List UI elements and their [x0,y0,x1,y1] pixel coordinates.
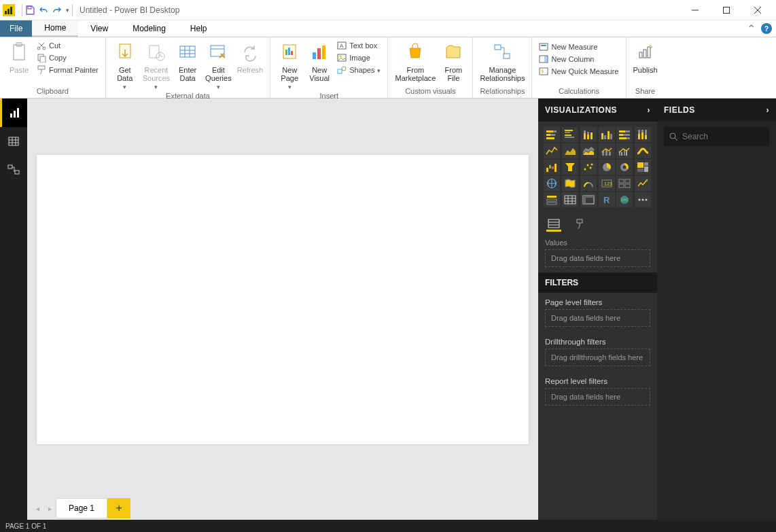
viz-globe-icon[interactable] [616,192,633,207]
help-tab[interactable]: Help [178,20,219,37]
window-title: Untitled - Power BI Desktop [80,5,179,15]
svg-rect-115 [619,184,624,188]
data-view-button[interactable] [0,127,27,156]
separator [22,4,22,16]
viz-line-column-icon[interactable] [599,143,615,158]
fields-header[interactable]: FIELDS › [657,99,776,122]
viz-slicer-icon[interactable] [544,192,560,207]
viz-ribbon-icon[interactable] [635,143,651,158]
shapes-button[interactable]: Shapes [336,65,382,75]
maximize-button[interactable] [711,0,742,20]
viz-table-icon[interactable] [562,192,578,207]
file-tab[interactable]: File [0,20,32,37]
viz-clustered-column-icon[interactable] [599,127,615,142]
svg-point-35 [340,56,342,58]
viz-kpi-icon[interactable] [635,176,651,191]
report-view-button[interactable] [0,99,27,127]
viz-r-visual-icon[interactable]: R [599,192,615,207]
manage-relationships-button[interactable]: Manage Relationships [477,39,527,84]
values-drop-zone[interactable]: Drag data fields here [545,249,650,267]
calculations-group-label: Calculations [536,87,621,96]
modeling-tab[interactable]: Modeling [120,20,178,37]
viz-clustered-bar-icon[interactable] [562,127,578,142]
new-page-button[interactable]: New Page [275,39,304,92]
svg-rect-114 [625,179,630,183]
format-painter-button[interactable]: Format Painter [35,65,100,75]
redo-icon[interactable] [52,5,62,15]
viz-card-icon[interactable]: 123 [599,176,615,191]
viz-line-icon[interactable] [544,143,560,158]
cut-button[interactable]: Cut [35,40,100,51]
from-marketplace-button[interactable]: From Marketplace [392,39,438,84]
viz-more-icon[interactable] [635,192,651,207]
viz-stacked-area-icon[interactable] [580,143,597,158]
page-next-button[interactable]: ▸ [43,499,56,518]
fields-tool-tab[interactable] [546,217,561,232]
text-box-button[interactable]: AText box [336,40,382,51]
fields-search[interactable] [664,127,769,146]
copy-icon [37,53,46,63]
model-view-button[interactable] [0,156,27,184]
relationships-icon [491,41,513,63]
canvas-area[interactable] [27,99,538,497]
report-canvas[interactable] [37,155,529,444]
report-filters-drop[interactable]: Drag data fields here [545,388,650,406]
image-button[interactable]: Image [336,52,382,63]
viz-stacked-bar-icon[interactable] [544,127,560,142]
viz-scatter-icon[interactable] [580,160,597,175]
new-quick-measure-button[interactable]: New Quick Measure [537,66,620,77]
viz-pie-icon[interactable] [599,160,615,175]
svg-rect-70 [587,132,589,135]
new-visual-button[interactable]: New Visual [304,39,334,84]
qat-dropdown-icon[interactable]: ▾ [66,7,69,14]
copy-button[interactable]: Copy [35,52,100,63]
view-tab[interactable]: View [78,20,120,37]
viz-multi-card-icon[interactable] [616,176,633,191]
viz-filled-map-icon[interactable] [562,176,578,191]
new-column-button[interactable]: New Column [537,54,620,65]
enter-data-button[interactable]: Enter Data [173,39,202,84]
edit-queries-button[interactable]: Edit Queries [202,39,234,92]
viz-stacked-column-100-icon[interactable] [635,127,651,142]
new-visual-icon [308,41,330,63]
refresh-button[interactable]: Refresh [234,39,266,75]
search-icon [669,132,678,141]
viz-stacked-bar-100-icon[interactable] [616,127,633,142]
viz-map-icon[interactable] [544,176,560,191]
help-icon[interactable]: ? [761,23,772,34]
svg-rect-50 [17,108,19,118]
viz-stacked-column-icon[interactable] [580,127,597,142]
drill-filters-drop[interactable]: Drag drillthrough fields here [545,349,650,366]
add-page-button[interactable]: + [107,498,130,518]
svg-rect-128 [583,196,586,204]
svg-rect-113 [619,179,624,183]
paste-button[interactable]: Paste [4,39,34,75]
close-button[interactable] [742,0,773,20]
save-icon[interactable] [25,5,35,15]
page-prev-button[interactable]: ◂ [31,499,43,518]
viz-waterfall-icon[interactable] [544,160,560,175]
get-data-button[interactable]: Get Data [110,39,140,92]
collapse-ribbon-icon[interactable]: ⌃ [747,22,756,35]
viz-line-clustered-icon[interactable] [616,143,633,158]
viz-donut-icon[interactable] [616,160,633,175]
recent-sources-button[interactable]: Recent Sources [140,39,173,92]
home-tab[interactable]: Home [32,20,78,37]
filters-header[interactable]: FILTERS [538,272,657,293]
from-file-button[interactable]: From File [438,39,468,84]
new-measure-button[interactable]: New Measure [537,41,620,52]
publish-button[interactable]: Publish [631,39,660,75]
visualizations-header[interactable]: VISUALIZATIONS › [538,99,657,122]
viz-matrix-icon[interactable] [580,192,597,207]
viz-area-icon[interactable] [562,143,578,158]
minimize-button[interactable] [680,0,711,20]
viz-gauge-icon[interactable] [580,176,597,191]
viz-treemap-icon[interactable] [635,160,651,175]
format-tool-tab[interactable] [572,217,587,232]
undo-icon[interactable] [39,5,48,15]
shapes-icon [337,65,347,75]
search-input[interactable] [682,132,776,141]
viz-funnel-icon[interactable] [562,160,578,175]
page-filters-drop[interactable]: Drag data fields here [545,309,650,327]
page-tab-1[interactable]: Page 1 [56,498,107,518]
